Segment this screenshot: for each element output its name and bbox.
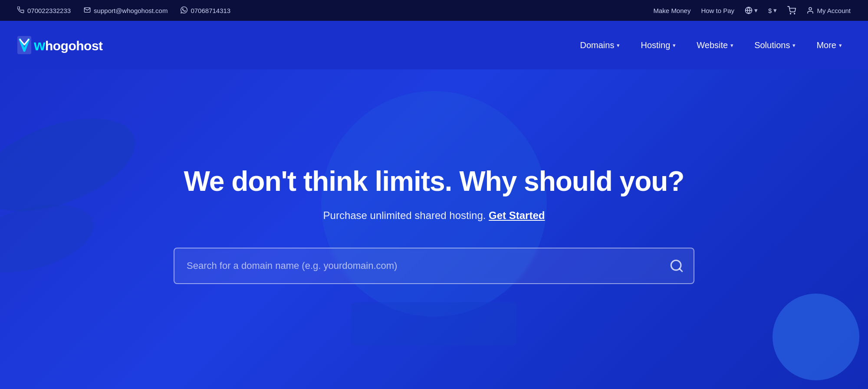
- nav-links: Domains ▾ Hosting ▾ Website ▾ Solutions …: [572, 36, 851, 55]
- logo[interactable]: whogohost: [17, 36, 103, 54]
- get-started-link[interactable]: Get Started: [489, 209, 545, 221]
- globe-currency[interactable]: ▾: [745, 7, 758, 14]
- globe-icon: [745, 7, 753, 14]
- hero-section: We don't think limits. Why should you? P…: [0, 69, 868, 389]
- domain-search-input[interactable]: [174, 248, 694, 284]
- top-bar: 070022332233 support@whogohost.com 07068…: [0, 0, 868, 21]
- logo-text: whogohost: [34, 37, 103, 54]
- phone1-contact: 070022332233: [17, 7, 71, 15]
- dollar-chevron: ▾: [773, 7, 777, 14]
- hero-content: We don't think limits. Why should you? P…: [174, 166, 694, 284]
- deco-left2: [0, 193, 101, 285]
- svg-point-2: [790, 13, 791, 14]
- email-contact: support@whogohost.com: [84, 7, 168, 15]
- nav-website[interactable]: Website ▾: [688, 36, 742, 55]
- svg-point-4: [809, 7, 812, 10]
- svg-point-3: [794, 13, 795, 14]
- nav-domains[interactable]: Domains ▾: [572, 36, 629, 55]
- email-icon: [84, 7, 91, 15]
- phone-icon: [17, 7, 24, 15]
- hosting-chevron-icon: ▾: [673, 42, 676, 49]
- navbar: whogohost Domains ▾ Hosting ▾ Website ▾ …: [0, 21, 868, 69]
- whatsapp-icon: [181, 7, 187, 15]
- hero-subtitle: Purchase unlimited shared hosting. Get S…: [174, 209, 694, 222]
- my-account-label: My Account: [817, 7, 851, 14]
- currency-selector[interactable]: $ ▾: [768, 7, 777, 14]
- whatsapp-contact: 07068714313: [181, 7, 230, 15]
- my-account-link[interactable]: My Account: [806, 7, 851, 14]
- search-button[interactable]: [669, 258, 684, 273]
- phone2-number: 07068714313: [191, 7, 230, 14]
- account-icon: [806, 7, 814, 14]
- top-bar-right: Make Money How to Pay ▾ $ ▾ My Account: [654, 6, 851, 15]
- search-icon: [669, 258, 684, 273]
- solutions-chevron-icon: ▾: [792, 42, 796, 49]
- nav-solutions[interactable]: Solutions ▾: [746, 36, 804, 55]
- phone1-number: 070022332233: [27, 7, 71, 14]
- domains-chevron-icon: ▾: [617, 42, 620, 49]
- dollar-icon: $: [768, 7, 772, 14]
- deco-left: [0, 100, 147, 229]
- nav-more[interactable]: More ▾: [808, 36, 851, 55]
- nav-hosting[interactable]: Hosting ▾: [632, 36, 684, 55]
- svg-line-7: [680, 269, 682, 271]
- domain-search-bar: [174, 248, 694, 284]
- website-chevron-icon: ▾: [730, 42, 733, 49]
- cart-icon[interactable]: [787, 6, 796, 15]
- email-address: support@whogohost.com: [94, 7, 168, 14]
- hero-title: We don't think limits. Why should you?: [174, 166, 694, 198]
- logo-icon: [17, 36, 31, 54]
- how-to-pay-link[interactable]: How to Pay: [701, 7, 734, 14]
- deco-bottom: [352, 302, 516, 346]
- more-chevron-icon: ▾: [839, 42, 842, 49]
- top-bar-left: 070022332233 support@whogohost.com 07068…: [17, 7, 230, 15]
- globe-chevron: ▾: [754, 7, 758, 14]
- make-money-link[interactable]: Make Money: [654, 7, 691, 14]
